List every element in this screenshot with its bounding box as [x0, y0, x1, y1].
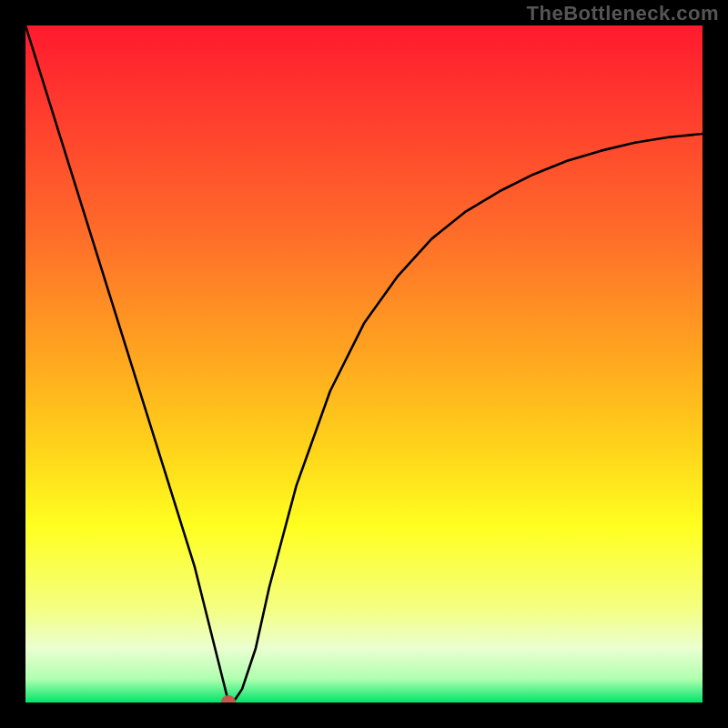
- plot-area: [25, 25, 703, 703]
- watermark-text: TheBottleneck.com: [527, 2, 719, 25]
- chart-frame: TheBottleneck.com: [0, 0, 728, 728]
- curve-line: [25, 25, 703, 703]
